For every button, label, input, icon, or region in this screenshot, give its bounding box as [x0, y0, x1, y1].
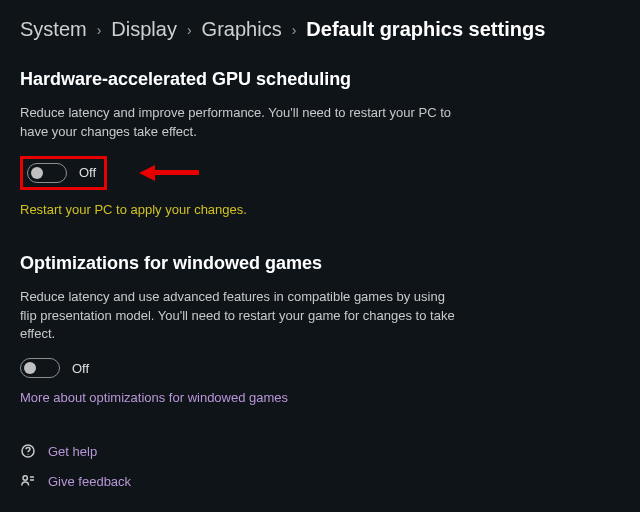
windowed-toggle-label: Off — [72, 361, 89, 376]
breadcrumb-system[interactable]: System — [20, 18, 87, 41]
section-title-gpu: Hardware-accelerated GPU scheduling — [20, 69, 620, 90]
arrow-shaft — [155, 170, 199, 175]
windowed-optimizations-section: Optimizations for windowed games Reduce … — [20, 253, 620, 406]
arrow-left-icon — [139, 165, 155, 181]
gpu-toggle-label: Off — [79, 165, 96, 180]
footer-links: Get help Give feedback — [20, 443, 620, 489]
svg-point-2 — [23, 476, 27, 480]
breadcrumb-display[interactable]: Display — [111, 18, 177, 41]
section-title-windowed: Optimizations for windowed games — [20, 253, 620, 274]
section-description-gpu: Reduce latency and improve performance. … — [20, 104, 460, 142]
restart-warning: Restart your PC to apply your changes. — [20, 202, 620, 217]
breadcrumb-current: Default graphics settings — [306, 18, 545, 41]
breadcrumb-graphics[interactable]: Graphics — [202, 18, 282, 41]
chevron-right-icon: › — [97, 22, 102, 38]
toggle-knob — [24, 362, 36, 374]
get-help-link[interactable]: Get help — [20, 443, 620, 459]
section-description-windowed: Reduce latency and use advanced features… — [20, 288, 460, 345]
windowed-optimizations-toggle[interactable] — [20, 358, 60, 378]
toggle-knob — [31, 167, 43, 179]
feedback-icon — [20, 473, 36, 489]
chevron-right-icon: › — [187, 22, 192, 38]
more-about-link[interactable]: More about optimizations for windowed ga… — [20, 390, 620, 405]
annotation-highlight-box: Off — [20, 156, 107, 190]
gpu-scheduling-toggle[interactable] — [27, 163, 67, 183]
help-icon — [20, 443, 36, 459]
gpu-scheduling-section: Hardware-accelerated GPU scheduling Redu… — [20, 69, 620, 217]
get-help-label: Get help — [48, 444, 97, 459]
svg-point-1 — [27, 454, 28, 455]
gpu-toggle-row: Off — [20, 156, 620, 190]
windowed-toggle-row: Off — [20, 358, 620, 378]
annotation-arrow — [139, 165, 199, 181]
breadcrumb: System › Display › Graphics › Default gr… — [20, 18, 620, 41]
give-feedback-link[interactable]: Give feedback — [20, 473, 620, 489]
chevron-right-icon: › — [292, 22, 297, 38]
give-feedback-label: Give feedback — [48, 474, 131, 489]
